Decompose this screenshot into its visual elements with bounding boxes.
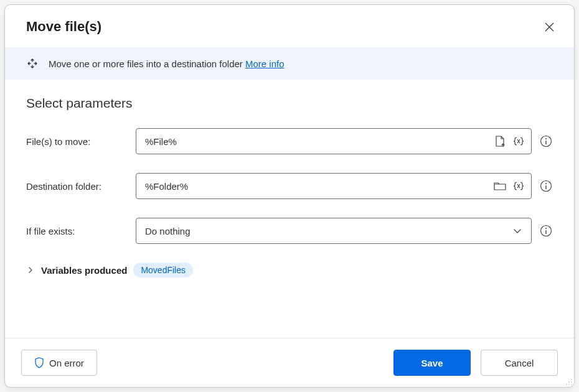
more-info-link[interactable]: More info (245, 58, 285, 69)
destination-input-icons (493, 179, 525, 193)
on-error-button[interactable]: On error (21, 350, 97, 376)
ifexists-info-button[interactable] (539, 224, 553, 238)
file-picker-button[interactable] (493, 134, 507, 148)
shield-icon (34, 357, 44, 368)
svg-point-3 (545, 183, 547, 184)
files-to-move-input[interactable] (136, 128, 532, 154)
if-file-exists-select[interactable]: Do nothing (136, 218, 532, 244)
variable-picker-button-2[interactable] (512, 179, 525, 193)
variables-produced-row: Variables produced MovedFiles (26, 263, 553, 278)
info-icon (540, 225, 552, 237)
variable-icon (512, 180, 525, 192)
svg-point-5 (545, 228, 547, 229)
destination-folder-row: Destination folder: (26, 173, 553, 199)
if-file-exists-row: If file exists: Do nothing (26, 218, 553, 244)
destination-folder-input[interactable] (136, 173, 532, 199)
if-file-exists-select-wrap: Do nothing (136, 218, 532, 244)
cancel-label: Cancel (505, 358, 534, 368)
destination-folder-input-wrap (136, 173, 532, 199)
chevron-down-icon (512, 226, 522, 236)
dialog-footer: On error Save Cancel (5, 338, 574, 387)
info-icon (540, 180, 552, 192)
move-files-dialog: Move file(s) Move one or more files into… (4, 4, 575, 388)
variable-badge-movedfiles[interactable]: MovedFiles (133, 263, 193, 278)
files-input-icons (493, 134, 525, 148)
save-label: Save (421, 358, 443, 368)
folder-icon (493, 180, 507, 192)
svg-point-1 (545, 138, 547, 139)
variables-expand-toggle[interactable] (26, 266, 35, 274)
footer-actions: Save Cancel (393, 350, 558, 376)
resize-grip-icon[interactable] (564, 377, 573, 386)
close-icon (545, 22, 554, 32)
close-button[interactable] (542, 19, 557, 34)
destination-folder-label: Destination folder: (26, 181, 128, 192)
files-to-move-input-wrap (136, 128, 532, 154)
section-title: Select parameters (26, 96, 553, 111)
chevron-right-icon (27, 266, 34, 274)
svg-point-10 (568, 384, 570, 385)
variable-picker-button[interactable] (512, 134, 525, 148)
files-to-move-row: File(s) to move: (26, 128, 553, 154)
variables-produced-label: Variables produced (41, 265, 127, 276)
variable-icon (512, 135, 525, 147)
info-banner: Move one or more files into a destinatio… (5, 47, 574, 80)
if-file-exists-value: Do nothing (145, 226, 191, 236)
save-button[interactable]: Save (393, 350, 471, 376)
move-icon (26, 57, 39, 70)
svg-point-7 (568, 381, 570, 383)
on-error-label: On error (49, 358, 84, 368)
if-file-exists-label: If file exists: (26, 226, 128, 236)
dialog-content: Select parameters File(s) to move: De (5, 80, 574, 338)
info-icon (540, 135, 552, 147)
svg-point-6 (571, 379, 572, 380)
cancel-button[interactable]: Cancel (481, 350, 558, 376)
svg-point-11 (571, 384, 572, 385)
file-picker-icon (494, 135, 506, 147)
svg-point-9 (566, 384, 567, 385)
banner-text-row: Move one or more files into a destinatio… (49, 58, 285, 69)
dialog-header: Move file(s) (5, 5, 574, 47)
svg-point-8 (571, 381, 572, 383)
dialog-title: Move file(s) (26, 19, 101, 35)
banner-text: Move one or more files into a destinatio… (49, 58, 245, 69)
files-info-button[interactable] (539, 134, 553, 148)
destination-info-button[interactable] (539, 179, 553, 193)
folder-picker-button[interactable] (493, 179, 507, 193)
files-to-move-label: File(s) to move: (26, 136, 128, 147)
